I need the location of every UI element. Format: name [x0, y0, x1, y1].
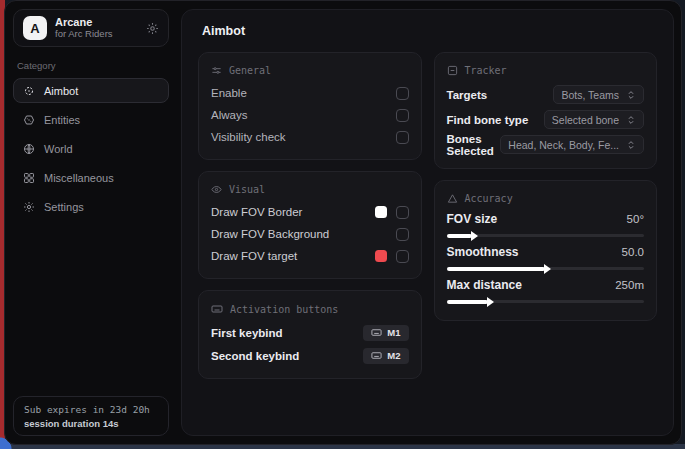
first-keybind-button[interactable]: M1	[363, 325, 408, 341]
setting-label: Second keybind	[211, 350, 363, 362]
setting-label: Enable	[211, 87, 396, 99]
tracker-card-title: Tracker	[465, 65, 507, 76]
fov-border-color-swatch[interactable]	[375, 206, 387, 218]
fov-target-color-swatch[interactable]	[375, 250, 387, 262]
keybind-value: M1	[387, 327, 400, 338]
session-duration-text: session duration 14s	[24, 418, 158, 429]
setting-label: Draw FOV Background	[211, 228, 396, 240]
setting-row-fov-border: Draw FOV Border	[211, 201, 409, 223]
sidebar-nav: Aimbot Entities	[13, 78, 169, 219]
slider-fill	[447, 300, 488, 304]
enable-checkbox[interactable]	[396, 87, 409, 100]
left-column: General Enable Always Visibility check	[198, 52, 422, 379]
slider-fill	[447, 267, 546, 271]
setting-row-targets: Targets Bots, Teams	[447, 82, 645, 107]
setting-row-fov-background: Draw FOV Background	[211, 223, 409, 245]
general-card-header: General	[211, 65, 409, 76]
general-card-title: General	[229, 65, 271, 76]
sidebar-item-label: World	[44, 143, 73, 155]
setting-label: Bones Selected	[447, 133, 495, 157]
keyboard-icon	[211, 303, 223, 315]
always-checkbox[interactable]	[396, 109, 409, 122]
max-distance-slider[interactable]	[447, 300, 645, 303]
fov-border-checkbox[interactable]	[396, 206, 409, 219]
sidebar-item-entities[interactable]: Entities	[13, 107, 169, 132]
keyboard-icon	[371, 327, 382, 338]
targets-dropdown[interactable]: Bots, Teams	[553, 85, 644, 104]
fov-size-value: 50°	[627, 213, 644, 225]
sliders-icon	[211, 65, 222, 76]
brand-card: A Arcane for Arc Riders	[13, 9, 169, 47]
visual-card: Visual Draw FOV Border Draw FOV Backgrou…	[198, 171, 422, 279]
setting-row-bones-selected: Bones Selected Head, Neck, Body, Fe...	[447, 132, 645, 157]
visual-card-title: Visual	[229, 184, 265, 195]
sidebar-item-label: Miscellaneous	[44, 172, 114, 184]
setting-label: Smoothness	[447, 245, 519, 259]
general-card: General Enable Always Visibility check	[198, 52, 422, 160]
sub-expiry-text: Sub expires in 23d 20h	[24, 404, 158, 415]
second-keybind-button[interactable]: M2	[363, 348, 408, 364]
brand-text: Arcane for Arc Riders	[55, 16, 138, 40]
smoothness-slider[interactable]	[447, 267, 645, 270]
setting-row-fov-size: FOV size 50°	[447, 211, 645, 227]
visual-card-header: Visual	[211, 184, 409, 195]
accuracy-card-header: Accuracy	[447, 193, 645, 204]
scan-box-icon	[447, 65, 458, 76]
page-title: Aimbot	[202, 24, 663, 38]
setting-label: Targets	[447, 89, 548, 101]
chevrons-up-down-icon	[626, 90, 636, 100]
activation-card-title: Activation buttons	[230, 304, 338, 315]
setting-label: First keybind	[211, 327, 363, 339]
triangle-icon	[447, 193, 458, 204]
gear-icon[interactable]	[146, 22, 159, 35]
subscription-info: Sub expires in 23d 20h session duration …	[13, 396, 169, 436]
dropdown-value: Selected bone	[552, 114, 619, 126]
sidebar-item-world[interactable]: World	[13, 136, 169, 161]
dropdown-value: Head, Neck, Body, Fe...	[508, 139, 619, 151]
sidebar-item-label: Entities	[44, 114, 80, 126]
setting-row-fov-target: Draw FOV target	[211, 245, 409, 267]
setting-label: Draw FOV Border	[211, 206, 375, 218]
fov-background-checkbox[interactable]	[396, 228, 409, 241]
setting-row-first-keybind: First keybind M1	[211, 321, 409, 344]
setting-label: Find bone type	[447, 114, 538, 126]
sidebar-item-aimbot[interactable]: Aimbot	[13, 78, 169, 103]
setting-row-second-keybind: Second keybind M2	[211, 344, 409, 367]
entities-icon	[23, 114, 35, 126]
setting-label: Visibility check	[211, 131, 396, 143]
gear-icon	[23, 201, 35, 213]
setting-row-max-distance: Max distance 250m	[447, 277, 645, 293]
globe-icon	[23, 143, 35, 155]
sidebar-item-settings[interactable]: Settings	[13, 194, 169, 219]
fov-size-slider[interactable]	[447, 234, 645, 237]
setting-row-always: Always	[211, 104, 409, 126]
setting-row-find-bone-type: Find bone type Selected bone	[447, 107, 645, 132]
right-column: Tracker Targets Bots, Teams	[434, 52, 658, 321]
slider-fill	[447, 234, 473, 238]
setting-row-enable: Enable	[211, 82, 409, 104]
sidebar-item-miscellaneous[interactable]: Miscellaneous	[13, 165, 169, 190]
accuracy-card: Accuracy FOV size 50° Smoothness 50.0	[434, 180, 658, 321]
sidebar: A Arcane for Arc Riders Category	[5, 1, 177, 444]
smoothness-value: 50.0	[622, 246, 644, 258]
fov-target-checkbox[interactable]	[396, 250, 409, 263]
max-distance-value: 250m	[615, 279, 644, 291]
main-panel: Aimbot General	[181, 9, 674, 436]
eye-icon	[211, 184, 222, 195]
activation-card-header: Activation buttons	[211, 303, 409, 315]
setting-label: Draw FOV target	[211, 250, 375, 262]
bones-selected-dropdown[interactable]: Head, Neck, Body, Fe...	[500, 135, 644, 154]
sidebar-item-label: Settings	[44, 201, 84, 213]
accuracy-card-title: Accuracy	[465, 193, 513, 204]
visibility-check-checkbox[interactable]	[396, 131, 409, 144]
keyboard-icon	[371, 350, 382, 361]
brand-title: Arcane	[55, 16, 138, 29]
brand-subtitle: for Arc Riders	[55, 29, 138, 40]
crosshair-icon	[23, 85, 35, 97]
desktop-background: A Arcane for Arc Riders Category	[0, 0, 685, 449]
setting-label: Max distance	[447, 278, 522, 292]
activation-card: Activation buttons First keybind M1	[198, 290, 422, 379]
tracker-card: Tracker Targets Bots, Teams	[434, 52, 658, 169]
find-bone-type-dropdown[interactable]: Selected bone	[544, 110, 644, 129]
tracker-card-header: Tracker	[447, 65, 645, 76]
